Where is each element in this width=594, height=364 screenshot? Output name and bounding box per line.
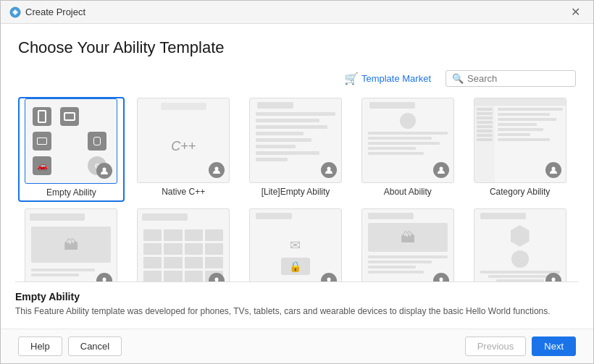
- mountain-icon-2: 🏔: [401, 229, 415, 246]
- template-card-about-ability[interactable]: About Ability: [354, 97, 461, 202]
- template-card-security[interactable]: [467, 208, 573, 282]
- footer: Help Cancel Previous Next: [1, 329, 593, 363]
- svg-point-5: [551, 167, 555, 171]
- image-placeholder-1: 🏔: [31, 227, 111, 263]
- info-description: This Feature Ability template was develo…: [15, 305, 579, 318]
- cat-sidebar: [474, 106, 495, 182]
- search-icon: 🔍: [452, 73, 464, 84]
- avatar-badge-3: [321, 162, 337, 178]
- templates-grid: 🚗 ⚙ Empty Ability: [18, 97, 576, 282]
- content-area: Choose Your Ability Template 🛒 Template …: [1, 24, 593, 329]
- title-bar-left: Create Project: [9, 7, 85, 18]
- svg-point-6: [103, 278, 106, 282]
- title-bar: Create Project ✕: [1, 1, 593, 24]
- info-panel: Empty Ability This Feature Ability templ…: [15, 282, 579, 329]
- device-monitor-icon: [33, 132, 51, 151]
- template-card-image-card[interactable]: 🏔: [18, 208, 125, 282]
- info-title: Empty Ability: [15, 291, 579, 302]
- template-market-button[interactable]: 🛒 Template Market: [338, 69, 437, 88]
- cpp-label: C++: [171, 139, 196, 154]
- search-box: 🔍: [446, 70, 576, 87]
- toolbar: 🛒 Template Market 🔍: [18, 69, 576, 88]
- create-project-window: Create Project ✕ Choose Your Ability Tem…: [0, 0, 594, 364]
- template-label-lite-empty: [Lite]Empty Ability: [262, 187, 330, 197]
- template-card-native-cpp[interactable]: C++ Native C++: [130, 97, 237, 202]
- template-preview-image-lines: 🏔: [361, 208, 454, 282]
- device-car-icon: 🚗: [33, 156, 51, 175]
- template-preview-about-ability: [361, 98, 454, 183]
- template-card-grid[interactable]: [130, 208, 237, 282]
- help-button[interactable]: Help: [18, 337, 62, 356]
- template-card-empty-ability[interactable]: 🚗 ⚙ Empty Ability: [18, 97, 125, 202]
- template-preview-image-card: 🏔: [25, 208, 117, 282]
- close-button[interactable]: ✕: [566, 4, 585, 20]
- lock-icon: 🔒: [289, 261, 301, 272]
- avatar-badge-4: [433, 162, 449, 178]
- template-preview-category-ability: [474, 98, 566, 183]
- template-label-empty-ability: Empty Ability: [46, 187, 96, 198]
- template-preview-native-cpp: C++: [137, 98, 230, 183]
- svg-point-7: [215, 278, 219, 282]
- svg-point-1: [103, 168, 106, 172]
- template-card-image-lines[interactable]: 🏔: [354, 208, 461, 282]
- template-preview-grid: [137, 208, 230, 282]
- device-tablet-icon: [60, 107, 79, 126]
- template-preview-security: [474, 208, 566, 282]
- template-market-icon: 🛒: [344, 72, 359, 85]
- app-icon: [9, 7, 21, 18]
- device-phone-icon: [33, 107, 51, 126]
- image-placeholder-2: 🏔: [368, 223, 448, 252]
- svg-point-4: [439, 167, 443, 171]
- search-input[interactable]: [467, 73, 569, 84]
- template-label-category-ability: Category Ability: [490, 187, 550, 197]
- footer-left: Help Cancel: [18, 337, 122, 356]
- next-button[interactable]: Next: [532, 337, 576, 356]
- template-card-category-ability[interactable]: Category Ability: [467, 97, 573, 202]
- about-circle: [400, 113, 416, 129]
- template-preview-empty-ability: 🚗 ⚙: [25, 98, 117, 184]
- svg-point-8: [327, 278, 330, 282]
- cat-topbar: [474, 98, 566, 106]
- mountain-icon: 🏔: [64, 237, 78, 253]
- template-label-about-ability: About Ability: [384, 187, 432, 197]
- device-watch-icon: [88, 132, 106, 151]
- svg-point-3: [327, 167, 330, 171]
- person-avatar: [511, 250, 529, 268]
- previous-button[interactable]: Previous: [465, 337, 527, 356]
- template-market-label: Template Market: [361, 73, 431, 84]
- cancel-button[interactable]: Cancel: [68, 337, 122, 356]
- footer-right: Previous Next: [465, 337, 576, 356]
- shield-icon: [511, 225, 530, 247]
- mail-icon: ✉: [290, 237, 301, 253]
- svg-point-10: [551, 278, 555, 282]
- window-title: Create Project: [25, 7, 85, 17]
- template-preview-mail-lock: ✉ 🔒: [249, 208, 342, 282]
- svg-point-9: [439, 278, 443, 282]
- avatar-badge-5: [545, 162, 561, 178]
- svg-point-2: [215, 167, 219, 171]
- template-preview-lite-empty: [249, 98, 342, 183]
- template-label-native-cpp: Native C++: [162, 187, 205, 197]
- template-card-mail-lock[interactable]: ✉ 🔒: [243, 208, 349, 282]
- template-card-lite-empty[interactable]: [Lite]Empty Ability: [243, 97, 349, 202]
- avatar-badge-10: [545, 273, 561, 282]
- page-title: Choose Your Ability Template: [18, 38, 576, 57]
